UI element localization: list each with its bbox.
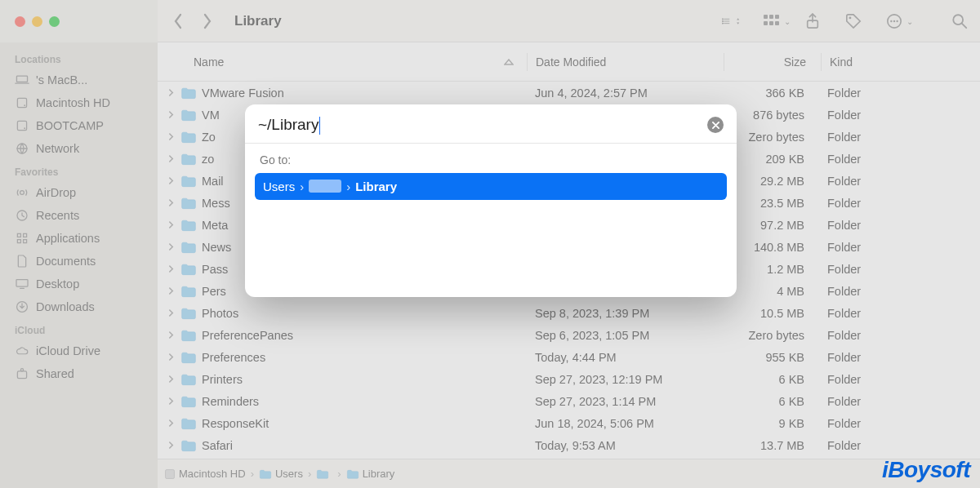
file-size: 876 bytes <box>723 109 819 122</box>
actions-button[interactable]: ⌄ <box>885 12 903 30</box>
sort-asc-icon <box>504 59 514 65</box>
search-button[interactable] <box>951 12 969 30</box>
sidebar-item[interactable]: BOOTCAMP <box>0 114 158 137</box>
file-size: Zero bytes <box>723 329 819 342</box>
sidebar-item-label: Macintosh HD <box>36 96 110 109</box>
column-kind[interactable]: Kind <box>822 55 980 69</box>
disclosure-triangle-icon[interactable] <box>166 154 176 163</box>
svg-rect-13 <box>16 280 28 287</box>
hdd-icon <box>15 118 29 133</box>
svg-rect-28 <box>769 21 773 25</box>
svg-rect-4 <box>17 121 26 130</box>
sort-updown-icon <box>736 14 740 29</box>
cloud-icon <box>15 344 29 358</box>
file-size: 140.8 MB <box>723 241 819 254</box>
sidebar-item[interactable]: iCloud Drive <box>0 339 158 362</box>
file-kind: Folder <box>819 307 980 320</box>
disclosure-triangle-icon[interactable] <box>166 110 176 119</box>
disclosure-triangle-icon[interactable] <box>166 331 176 339</box>
sidebar-item[interactable]: AirDrop <box>0 181 158 204</box>
search-icon <box>951 13 968 29</box>
disclosure-triangle-icon[interactable] <box>166 88 176 97</box>
sidebar-item[interactable]: Desktop <box>0 273 158 295</box>
disclosure-triangle-icon[interactable] <box>166 132 176 141</box>
file-date: Today, 9:53 AM <box>527 439 723 452</box>
disclosure-triangle-icon[interactable] <box>166 198 176 207</box>
breadcrumb-segment: Library <box>355 180 397 193</box>
file-kind: Folder <box>819 263 980 276</box>
traffic-lights <box>15 16 60 27</box>
disclosure-triangle-icon[interactable] <box>166 441 176 450</box>
disclosure-triangle-icon[interactable] <box>166 242 176 251</box>
table-row[interactable]: ResponseKitJun 18, 2024, 5:06 PM9 KBFold… <box>158 412 980 434</box>
disclosure-triangle-icon[interactable] <box>166 220 176 229</box>
file-name: Pass <box>202 263 228 276</box>
sidebar-item[interactable]: Shared <box>0 362 158 385</box>
chevron-down-icon: ⌄ <box>784 17 791 26</box>
table-row[interactable]: VMware FusionJun 4, 2024, 2:57 PM366 KBF… <box>158 82 980 104</box>
toolbar: Library ⌄ <box>158 0 980 42</box>
clock-icon <box>15 208 29 223</box>
sidebar-item[interactable]: Downloads <box>0 295 158 318</box>
file-kind: Folder <box>819 395 980 408</box>
path-crumb[interactable]: Users <box>259 468 303 480</box>
column-date[interactable]: Date Modified <box>528 55 724 69</box>
share-button[interactable] <box>804 12 822 30</box>
back-button[interactable] <box>169 12 187 30</box>
column-size[interactable]: Size <box>724 55 821 69</box>
table-row[interactable]: PhotosSep 8, 2023, 1:39 PM10.5 MBFolder <box>158 302 980 324</box>
disclosure-triangle-icon[interactable] <box>166 264 176 273</box>
disclosure-triangle-icon[interactable] <box>166 353 176 362</box>
folder-icon <box>259 469 272 479</box>
hdd-icon <box>15 95 29 110</box>
go-to-result[interactable]: Users››Library <box>255 173 727 200</box>
sidebar-item[interactable]: 's MacB... <box>0 69 158 91</box>
table-row[interactable]: PrintersSep 27, 2023, 12:19 PM6 KBFolder <box>158 368 980 390</box>
clear-input-button[interactable] <box>707 117 724 133</box>
sidebar-item[interactable]: Documents <box>0 250 158 273</box>
sidebar-item-label: Desktop <box>36 277 79 291</box>
disclosure-triangle-icon[interactable] <box>166 286 176 295</box>
file-size: 6 KB <box>723 373 819 386</box>
table-row[interactable]: RemindersSep 27, 2023, 1:14 PM6 KBFolder <box>158 390 980 412</box>
sidebar-item[interactable]: Recents <box>0 204 158 227</box>
path-crumb[interactable]: Library <box>346 468 395 480</box>
sidebar-group-label: iCloud <box>0 318 158 339</box>
file-kind: Folder <box>819 373 980 386</box>
path-crumb[interactable]: Macintosh HD <box>164 468 246 480</box>
table-row[interactable]: PreferencePanesSep 6, 2023, 1:05 PMZero … <box>158 324 980 346</box>
sidebar-item-label: AirDrop <box>36 186 76 199</box>
go-to-path-input[interactable]: ~/Library <box>258 116 707 135</box>
disclosure-triangle-icon[interactable] <box>166 397 176 406</box>
minimize-window-button[interactable] <box>32 16 42 27</box>
column-name[interactable]: Name <box>158 55 527 69</box>
folder-icon <box>180 439 197 452</box>
sidebar-item[interactable]: Network <box>0 137 158 160</box>
disclosure-triangle-icon[interactable] <box>166 176 176 185</box>
desktop-icon <box>15 277 29 291</box>
sidebar-item[interactable]: Macintosh HD <box>0 91 158 114</box>
file-kind: Folder <box>819 329 980 342</box>
forward-button[interactable] <box>198 12 216 30</box>
icon-view-button[interactable]: ⌄ <box>763 12 781 30</box>
tags-button[interactable] <box>844 12 862 30</box>
folder-icon <box>180 395 197 408</box>
disclosure-triangle-icon[interactable] <box>166 308 176 317</box>
folder-icon <box>180 329 197 342</box>
file-size: 9 KB <box>723 417 819 430</box>
close-window-button[interactable] <box>15 16 25 27</box>
zoom-window-button[interactable] <box>49 16 60 27</box>
path-crumb[interactable] <box>316 469 332 479</box>
disclosure-triangle-icon[interactable] <box>166 419 176 428</box>
share-icon <box>805 13 820 29</box>
folder-icon <box>180 153 197 166</box>
table-row[interactable]: PreferencesToday, 4:44 PM955 KBFolder <box>158 346 980 368</box>
breadcrumb-segment: Users <box>263 180 295 193</box>
sidebar-item[interactable]: Applications <box>0 227 158 250</box>
file-date: Sep 27, 2023, 12:19 PM <box>527 373 723 386</box>
table-row[interactable]: SafariToday, 9:53 AM13.7 MBFolder <box>158 434 980 456</box>
list-view-button[interactable] <box>722 12 740 30</box>
file-kind: Folder <box>819 219 980 232</box>
file-kind: Folder <box>819 351 980 364</box>
disclosure-triangle-icon[interactable] <box>166 375 176 384</box>
